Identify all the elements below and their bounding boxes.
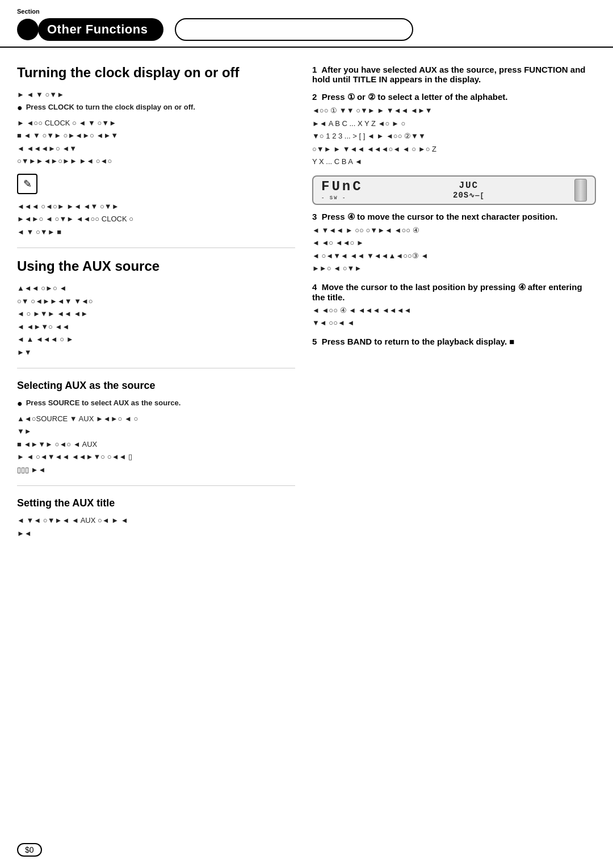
aux-sym-1f: ►▼ <box>17 347 295 358</box>
setting-aux-title-section: Setting the AUX title ◄ ▼◄ ○▼►◄ ◄ AUX ○◄… <box>17 497 295 539</box>
step3-number: 3 <box>312 212 317 221</box>
sym-clock-4b: ►◄►○ ◄ ○▼► ◄◄○○ CLOCK ○ <box>17 213 295 225</box>
step3-sym-1a: ◄ ▼◄◄ ► ○○ ○▼►◄ ◄○○ ④ <box>312 225 596 236</box>
display-text-left: FUnC <box>321 179 363 194</box>
section-label: Section <box>17 8 40 15</box>
step4-header: 4 Move the cursor to the last position b… <box>312 282 596 302</box>
setting-aux-title-heading: Setting the AUX title <box>17 497 295 509</box>
step2-sym-1e: Y X ... C B A ◄ <box>312 156 596 167</box>
step5-header: 5 Press BAND to return to the playback d… <box>312 337 596 346</box>
setting-aux-sym-1a: ◄ ▼◄ ○▼►◄ ◄ AUX ○◄ ► ◄ <box>17 515 295 526</box>
step5-number: 5 <box>312 337 317 346</box>
step2-sym-1a: ◄○○ ① ▼▼ ○▼► ► ▼◄◄ ◄►▼ <box>312 105 596 116</box>
step5-text: Press BAND to return to the playback dis… <box>322 337 515 346</box>
main-content: Turning the clock display on or off ► ◄ … <box>0 48 613 557</box>
step4-sym-1a: ◄ ◄○○ ④ ◄ ◄◄◄ ◄◄◄◄ <box>312 305 596 316</box>
sym-clock-3b: ◄ ◄◄◄►○ ◄▼ <box>17 143 295 154</box>
aux-title: Using the AUX source <box>17 258 295 275</box>
step3-sym-1b: ◄ ◄○ ◄◄○ ► <box>312 237 596 249</box>
page-number: $0 <box>17 843 42 857</box>
sym-clock-3a: ■ ◄ ▼ ○▼► ○►◄►○ ◄►▼ <box>17 130 295 141</box>
step5: 5 Press BAND to return to the playback d… <box>312 337 596 346</box>
step4-sym-1b: ▼◄ ○○◄ ◄ <box>312 317 596 329</box>
step3-text: Press ④ to move the cursor to the next c… <box>322 212 558 221</box>
step4-text: Move the cursor to the last position by … <box>312 282 582 302</box>
step3-sym-1d: ►►○ ◄ ○▼► <box>312 263 596 274</box>
display-text-mid: JUC <box>459 181 478 191</box>
divider-1 <box>17 248 295 248</box>
display-knob <box>574 179 587 202</box>
page-header: Section Other Functions <box>0 0 613 48</box>
bullet-dot-2: ● <box>17 397 23 410</box>
step1-number: 1 <box>312 65 317 74</box>
selecting-aux-bullet-text: Press SOURCE to select AUX as the source… <box>26 397 181 409</box>
aux-section: Using the AUX source ▲◄◄ ○►○ ◄ ○▼ ○◄►►◄▼… <box>17 258 295 539</box>
clock-bullet-text: Press CLOCK to turn the clock display on… <box>26 102 195 113</box>
header-left: Other Functions <box>17 18 163 41</box>
left-column: Turning the clock display on or off ► ◄ … <box>17 65 295 540</box>
step2-sym-1d: ○▼► ► ▼◄◄ ◄◄◄○◄ ◄ ○ ►○ Z <box>312 144 596 155</box>
step2-sym-1b: ►◄ A B C ... X Y Z ◄○ ► ○ <box>312 118 596 129</box>
selecting-aux-sym-2c: ▯▯▯ ►◄ <box>17 464 295 476</box>
selecting-aux-title: Selecting AUX as the source <box>17 380 295 392</box>
clock-bullet: ● Press CLOCK to turn the clock display … <box>17 102 295 115</box>
selecting-aux-section: Selecting AUX as the source ● Press SOUR… <box>17 380 295 475</box>
clock-title: Turning the clock display on or off <box>17 65 295 81</box>
sym-clock-1: ► ◄ ▼ ○▼► <box>17 89 295 100</box>
header-right-pill <box>175 18 413 41</box>
step2-header: 2 Press ① or ② to select a letter of the… <box>312 92 596 102</box>
step1: 1 After you have selected AUX as the sou… <box>312 65 596 84</box>
step3-header: 3 Press ④ to move the cursor to the next… <box>312 212 596 222</box>
clock-section: Turning the clock display on or off ► ◄ … <box>17 65 295 237</box>
display-device: FUnC - SW - JUC 20S∿—[ <box>312 175 596 205</box>
sym-clock-4c: ◄ ▼ ○▼► ■ <box>17 227 295 238</box>
aux-sym-1e: ◄ ▲ ◄◄◄ ○ ► <box>17 334 295 345</box>
selecting-aux-bullet: ● Press SOURCE to select AUX as the sour… <box>17 397 295 410</box>
aux-sym-1d: ◄ ◄►▼○ ◄◄ <box>17 321 295 333</box>
aux-sym-1b: ○▼ ○◄►►◄▼ ▼◄○ <box>17 296 295 307</box>
selecting-aux-sym-2a: ■ ◄►▼► ○◄○ ◄ AUX <box>17 439 295 450</box>
selecting-aux-sym-2b: ► ◄ ○◄▼◄◄ ◄◄►▼○ ○◄◄ ▯ <box>17 451 295 463</box>
display-sw-label: - SW - <box>321 195 363 201</box>
aux-sym-1a: ▲◄◄ ○►○ ◄ <box>17 283 295 294</box>
right-column: 1 After you have selected AUX as the sou… <box>312 65 596 540</box>
step2-text: Press ① or ② to select a letter of the a… <box>322 92 508 102</box>
setting-aux-sym-1b: ►◄ <box>17 528 295 539</box>
step1-header: 1 After you have selected AUX as the sou… <box>312 65 596 84</box>
step4-number: 4 <box>312 282 317 292</box>
step4: 4 Move the cursor to the last position b… <box>312 282 596 329</box>
display-text-wave: 20S∿—[ <box>453 191 485 200</box>
step3-sym-1c: ◄ ○◄▼◄ ◄◄ ▼◄◄▲◄○○③ ◄ <box>312 250 596 262</box>
divider-3 <box>17 485 295 486</box>
step1-text: After you have selected AUX as the sourc… <box>312 65 586 84</box>
step3: 3 Press ④ to move the cursor to the next… <box>312 212 596 274</box>
divider-2 <box>17 368 295 368</box>
step2: 2 Press ① or ② to select a letter of the… <box>312 92 596 167</box>
sym-clock-2: ► ◄○○ CLOCK ○ ◄ ▼ ○▼► <box>17 118 295 129</box>
note-icon: ✎ <box>17 174 37 194</box>
selecting-aux-sym-1b: ▼► <box>17 426 295 437</box>
sym-clock-4a: ◄◄◄ ○◄○► ►◄ ◄▼ ○▼► <box>17 201 295 212</box>
step2-sym-1c: ▼○ 1 2 3 ... > [ ] ◄ ► ◄○○ ②▼▼ <box>312 131 596 142</box>
note-pencil-icon: ✎ <box>23 178 32 190</box>
selecting-aux-sym-1a: ▲◄○SOURCE ▼ AUX ►◄►○ ◄ ○ <box>17 413 295 425</box>
page-title: Other Functions <box>38 18 163 41</box>
aux-sym-1c: ◄ ○ ►▼► ◄◄ ◄► <box>17 308 295 320</box>
bullet-dot: ● <box>17 102 23 115</box>
step2-number: 2 <box>312 92 317 102</box>
section-circle <box>17 19 39 40</box>
sym-clock-3c: ○▼►►◄►○►► ►◄ ○◄○ <box>17 156 295 167</box>
